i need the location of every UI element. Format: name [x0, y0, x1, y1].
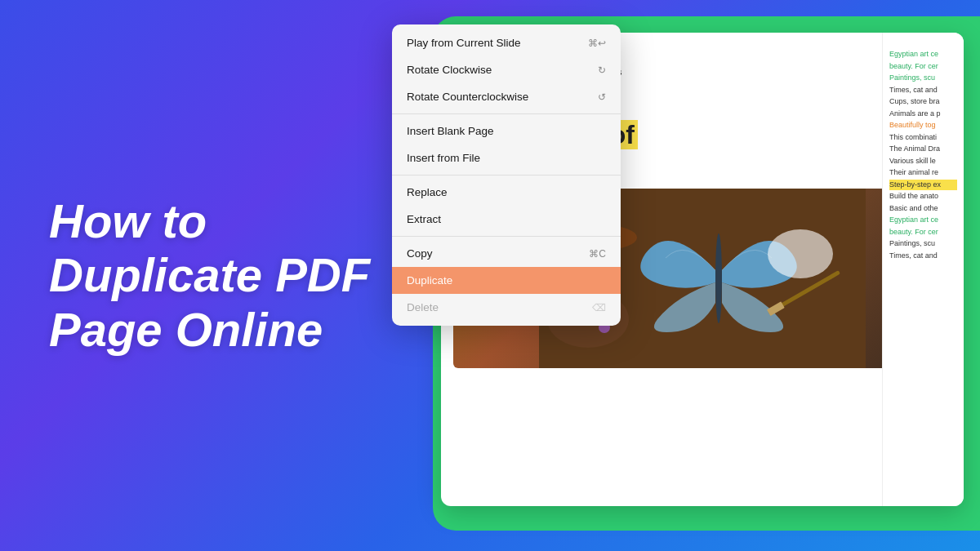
sidebar-line-6: Beautifully tog: [889, 120, 957, 131]
menu-item-rotate_cw[interactable]: Rotate Clockwise↻: [392, 56, 621, 83]
menu-item-copy[interactable]: Copy⌘C: [392, 240, 621, 267]
menu-label-copy: Copy: [407, 247, 433, 260]
context-menu: Play from Current Slide⌘↩Rotate Clockwis…: [392, 24, 621, 326]
menu-item-insert_blank[interactable]: Insert Blank Page: [392, 118, 621, 144]
menu-separator-6: [392, 236, 621, 237]
menu-label-extract: Extract: [407, 213, 441, 225]
menu-item-play[interactable]: Play from Current Slide⌘↩: [392, 29, 621, 56]
menu-item-duplicate[interactable]: Duplicate: [392, 267, 621, 294]
sidebar-line-3: Times, cat and: [889, 85, 957, 96]
sidebar-line-2: Paintings, scu: [889, 73, 957, 84]
menu-label-duplicate: Duplicate: [407, 274, 452, 287]
menu-item-rotate_ccw[interactable]: Rotate Counterclockwise↺: [392, 83, 621, 110]
menu-label-play: Play from Current Slide: [407, 37, 521, 49]
sidebar-line-11: Step-by-step ex: [889, 180, 957, 191]
sidebar-line-8: The Animal Dra: [889, 144, 957, 155]
menu-shortcut-rotate_cw: ↻: [598, 64, 606, 76]
sidebar-line-10: Their animal re: [889, 167, 957, 179]
sidebar-line-9: Various skill le: [889, 156, 957, 167]
sidebar-line-13: Basic and othe: [889, 203, 957, 215]
sidebar-line-4: Cups, store bra: [889, 96, 957, 108]
menu-label-insert_file: Insert from File: [407, 152, 480, 164]
menu-shortcut-play: ⌘↩: [588, 38, 606, 49]
menu-label-rotate_cw: Rotate Clockwise: [407, 64, 492, 76]
menu-separator-4: [392, 175, 621, 176]
menu-shortcut-delete: ⌫: [592, 302, 606, 313]
svg-point-11: [715, 233, 722, 323]
sidebar-line-16: Paintings, scu: [889, 238, 957, 250]
sidebar-line-7: This combinati: [889, 132, 957, 144]
sidebar-line-0: Egyptian art ce: [889, 49, 957, 60]
menu-separator-2: [392, 113, 621, 114]
menu-item-insert_file[interactable]: Insert from File: [392, 144, 621, 171]
sidebar-line-17: Times, cat and: [889, 251, 957, 262]
sidebar-line-15: beauty. For cer: [889, 227, 957, 238]
sidebar-line-12: Build the anato: [889, 191, 957, 202]
menu-label-rotate_ccw: Rotate Counterclockwise: [407, 91, 528, 103]
hero-title-text: How to Duplicate PDF Page Online: [49, 193, 370, 355]
pdf-sidebar-text: Egyptian art cebeauty. For cerPaintings,…: [882, 33, 964, 506]
menu-label-insert_blank: Insert Blank Page: [407, 125, 494, 137]
menu-label-delete: Delete: [407, 301, 439, 313]
menu-shortcut-rotate_ccw: ↺: [598, 91, 606, 103]
menu-item-extract[interactable]: Extract: [392, 206, 621, 233]
sidebar-line-14: Egyptian art ce: [889, 215, 957, 226]
sidebar-line-5: Animals are a p: [889, 109, 957, 120]
menu-item-delete: Delete⌫: [392, 294, 621, 321]
menu-shortcut-copy: ⌘C: [589, 248, 606, 260]
svg-point-14: [768, 229, 833, 278]
sidebar-line-1: beauty. For cer: [889, 61, 957, 73]
menu-item-replace[interactable]: Replace: [392, 179, 621, 206]
menu-label-replace: Replace: [407, 186, 448, 198]
hero-title: How to Duplicate PDF Page Online: [49, 193, 392, 357]
